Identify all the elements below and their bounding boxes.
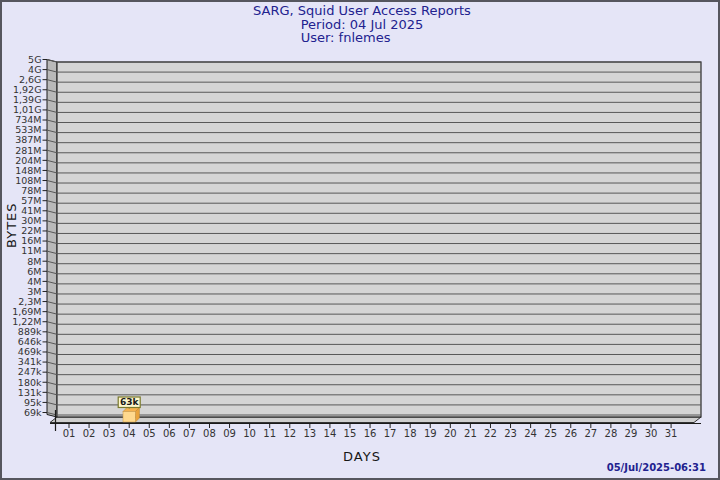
y-tick-label: 69k — [24, 407, 42, 418]
y-axis-title: BYTES — [4, 202, 19, 248]
x-tick-label: 29 — [625, 428, 638, 439]
x-tick-label: 14 — [324, 428, 337, 439]
plot-area — [57, 62, 701, 417]
bytes-per-day-chart: 5G4G2,6G1,92G1,39G1,01G734M533M387M281M2… — [2, 2, 718, 478]
x-tick-label: 15 — [344, 428, 357, 439]
x-tick-label: 20 — [444, 428, 457, 439]
x-tick-label: 31 — [665, 428, 678, 439]
x-tick-label: 24 — [524, 428, 537, 439]
x-tick-label: 05 — [143, 428, 156, 439]
x-tick-label: 21 — [464, 428, 477, 439]
x-tick-label: 08 — [203, 428, 216, 439]
x-tick-label: 02 — [83, 428, 96, 439]
x-tick-label: 30 — [645, 428, 658, 439]
x-tick-label: 09 — [223, 428, 236, 439]
report-page: SARG, Squid User Access Reports Period: … — [0, 0, 720, 480]
x-tick-label: 04 — [123, 428, 136, 439]
x-tick-label: 10 — [243, 428, 256, 439]
x-tick-label: 26 — [564, 428, 577, 439]
floor-3d — [50, 417, 701, 423]
x-tick-label: 27 — [584, 428, 597, 439]
x-tick-label: 01 — [63, 428, 76, 439]
bar-front-face — [123, 412, 135, 423]
x-tick-label: 11 — [263, 428, 276, 439]
x-tick-label: 07 — [183, 428, 196, 439]
x-tick-label: 18 — [404, 428, 417, 439]
bar-value-label: 63k — [120, 397, 140, 407]
x-tick-label: 23 — [504, 428, 517, 439]
x-tick-label: 19 — [424, 428, 437, 439]
x-tick-label: 28 — [605, 428, 618, 439]
generated-timestamp: 05/Jul/2025-06:31 — [607, 462, 706, 473]
x-tick-label: 12 — [283, 428, 296, 439]
x-tick-label: 06 — [163, 428, 176, 439]
x-tick-label: 03 — [103, 428, 116, 439]
x-tick-label: 22 — [484, 428, 497, 439]
x-tick-label: 17 — [384, 428, 397, 439]
x-tick-label: 16 — [364, 428, 377, 439]
x-tick-label: 13 — [303, 428, 316, 439]
x-tick-label: 25 — [544, 428, 557, 439]
